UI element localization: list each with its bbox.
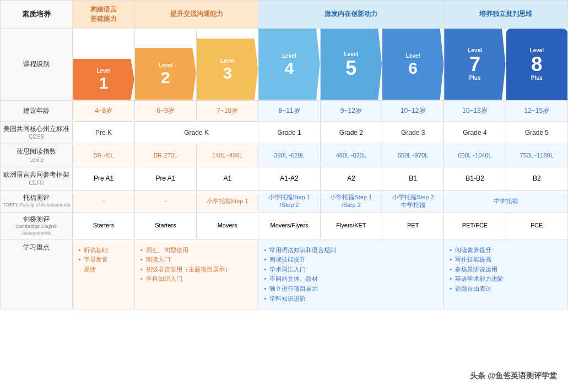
level6-num: 6 xyxy=(408,60,418,77)
level8-plus: Plus xyxy=(531,74,543,82)
toefl-l4: 小学托福Step 1/Step 2 xyxy=(258,190,320,212)
toefl-l6: 小学托福Step 2中学托福 xyxy=(382,190,444,212)
age-l8: 12~15岁 xyxy=(506,100,567,121)
age-l4: 8~11岁 xyxy=(258,100,320,121)
level1-block: Level 1 xyxy=(73,59,134,100)
cefr-row: 欧洲语言共同参考框架 CEFR Pre A1 Pre A1 A1 A1-A2 A… xyxy=(1,167,568,190)
cambridge-l7: PET/FCE xyxy=(444,212,506,239)
toefl-l3: 小学托福Step 1 xyxy=(197,190,258,212)
cefr-l7: B1-B2 xyxy=(444,167,506,190)
toefl-l5: 小学托福Step 1/Step 2 xyxy=(320,190,382,212)
ccss-label: 美国共同核心州立标准 CCSS xyxy=(1,121,73,144)
cat4-header: 培养独立批判思维 xyxy=(444,1,568,29)
lexile-l5: 480L~820L xyxy=(320,144,382,167)
focus-l1: 听说基础 字母发音规律 xyxy=(73,239,134,309)
level1-num: 1 xyxy=(99,75,109,91)
cambridge-label-text: 剑桥测评 xyxy=(23,215,50,223)
focus-l2l3: 词汇、句型使用 阅读入门 初级语言应用（主题项目展示） 学科知识入门 xyxy=(134,239,258,309)
toefl-label-text: 托福测评 xyxy=(23,194,50,202)
cambridge-row: 剑桥测评 Cambridge English Assessments Start… xyxy=(1,212,568,239)
age-row: 建议年龄 4~8岁 6~9岁 7~10岁 8~11岁 9~12岁 10~12岁 … xyxy=(1,100,568,121)
level1-cell: Level 1 xyxy=(73,28,134,100)
level6-cell: Level 6 xyxy=(382,28,444,100)
ccss-l1: Pre K xyxy=(73,121,134,144)
category-header-row: 素质培养 构建语言 基础能力 提升交流沟通能力 激发内在创新动力 培养独立批判思… xyxy=(1,1,568,29)
cat3-header: 激发内在创新动力 xyxy=(258,1,444,29)
focus-label: 学习重点 xyxy=(1,239,73,309)
toefl-label: 托福测评 TOEFL Family of Assessments xyxy=(1,190,73,212)
level5-block: Level 5 xyxy=(321,29,382,100)
level7-num: 7 xyxy=(469,55,480,74)
cambridge-l3: Movers xyxy=(197,212,258,239)
ccss-l6: Grade 3 xyxy=(382,121,444,144)
cambridge-l1: Starters xyxy=(73,212,134,239)
toefl-l7: 中学托福 xyxy=(444,190,568,212)
level5-cell: Level 5 xyxy=(320,28,382,100)
lexile-l7: 660L~1040L xyxy=(444,144,506,167)
level-visual-row: 课程级别 Level 1 Level xyxy=(1,28,568,100)
level2-num: 2 xyxy=(161,69,170,86)
lexile-sub: Lexile xyxy=(2,156,71,164)
age-l6: 10~12岁 xyxy=(382,100,444,121)
ccss-sub: CCSS xyxy=(2,133,71,141)
cefr-label-text: 欧洲语言共同参考框架 xyxy=(3,171,69,178)
level5-num: 5 xyxy=(345,58,356,78)
main-container: 素质培养 构建语言 基础能力 提升交流沟通能力 激发内在创新动力 培养独立批判思… xyxy=(0,0,568,309)
level4-num: 4 xyxy=(285,60,294,77)
cat1-header: 构建语言 基础能力 xyxy=(73,1,134,29)
focus-row: 学习重点 听说基础 字母发音规律 词汇、句型使用 阅读入门 初级语言应用（主题项… xyxy=(1,239,568,309)
age-l5: 9~12岁 xyxy=(320,100,382,121)
cefr-l5: A2 xyxy=(320,167,382,190)
toefl-sub: TOEFL Family of Assessments xyxy=(2,202,71,209)
course-level-label: 课程级别 xyxy=(1,28,73,100)
age-l3: 7~10岁 xyxy=(197,100,258,121)
cefr-l3: A1 xyxy=(197,167,258,190)
lexile-l2: BR-270L xyxy=(134,144,196,167)
cefr-l1: Pre A1 xyxy=(73,167,134,190)
level3-cell: Level 3 xyxy=(197,28,258,100)
ccss-l8: Grade 5 xyxy=(506,121,567,144)
cambridge-l5: Flyers/KET xyxy=(320,212,382,239)
lexile-l3: 140L~490L xyxy=(197,144,258,167)
cambridge-label: 剑桥测评 Cambridge English Assessments xyxy=(1,212,73,239)
level7-plus: Plus xyxy=(469,74,480,82)
cambridge-l2: Starters xyxy=(134,212,196,239)
level7-cell: Level 7 Plus xyxy=(444,28,506,100)
cefr-l6: B1 xyxy=(382,167,444,190)
lexile-l1: BR-40L xyxy=(73,144,134,167)
lexile-label: 蓝思阅读指数 Lexile xyxy=(1,144,73,167)
level3-block: Level 3 xyxy=(197,39,258,100)
lexile-l4: 390L~620L xyxy=(258,144,320,167)
level4-block: Level 4 xyxy=(258,29,320,100)
age-l2: 6~9岁 xyxy=(134,100,196,121)
ccss-l2: Grade K xyxy=(134,121,258,144)
cambridge-l4: Movers/Flyers xyxy=(258,212,320,239)
level8-num: 8 xyxy=(531,55,542,74)
age-l7: 10~13岁 xyxy=(444,100,506,121)
course-level-text: 课程级别 xyxy=(23,60,50,68)
level8-block: Level 8 Plus xyxy=(506,29,567,100)
level2-block: Level 2 xyxy=(135,48,196,100)
toefl-l1: － xyxy=(73,190,134,212)
toefl-row: 托福测评 TOEFL Family of Assessments － － 小学托… xyxy=(1,190,568,212)
ccss-row: 美国共同核心州立标准 CCSS Pre K Grade K Grade 1 Gr… xyxy=(1,121,568,144)
focus-l4l6: 常用语法知识和语言规则 阅读技能提升 学术词汇入门 不同的文体、题材 独立进行项… xyxy=(258,239,444,309)
cambridge-l8: FCE xyxy=(506,212,567,239)
cefr-label: 欧洲语言共同参考框架 CEFR xyxy=(1,167,73,190)
col-label-header: 素质培养 xyxy=(1,1,73,29)
level6-block: Level 6 xyxy=(382,29,443,100)
cambridge-l6: PET xyxy=(382,212,444,239)
level7-block: Level 7 Plus xyxy=(444,29,505,100)
lexile-label-text: 蓝思阅读指数 xyxy=(17,148,56,155)
ccss-label-text: 美国共同核心州立标准 xyxy=(3,125,69,133)
ccss-l7: Grade 4 xyxy=(444,121,506,144)
toefl-l2: － xyxy=(134,190,196,212)
age-l1: 4~8岁 xyxy=(73,100,134,121)
age-label: 建议年龄 xyxy=(1,100,73,121)
cambridge-sub: Cambridge English Assessments xyxy=(2,224,71,236)
level8-cell: Level 8 Plus xyxy=(506,28,567,100)
cat2-header: 提升交流沟通能力 xyxy=(134,1,258,29)
lexile-row: 蓝思阅读指数 Lexile BR-40L BR-270L 140L~490L 3… xyxy=(1,144,568,167)
watermark: 头条 @鱼爸英语测评学堂 xyxy=(470,371,557,381)
ccss-l4: Grade 1 xyxy=(258,121,320,144)
